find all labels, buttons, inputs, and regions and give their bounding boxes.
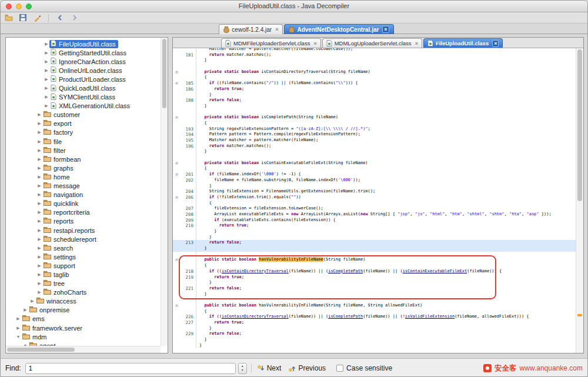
checkbox-icon[interactable] <box>336 365 343 372</box>
close-icon[interactable]: × <box>492 40 499 47</box>
fold-collapse-icon[interactable]: ⊖ <box>173 172 181 178</box>
tree-item-schedulereport[interactable]: ▶schedulereport <box>6 235 161 243</box>
scrollbar-thumb[interactable] <box>7 348 75 352</box>
chevron-right-icon[interactable]: ▶ <box>36 184 42 188</box>
chevron-right-icon[interactable]: ▶ <box>44 68 49 73</box>
method-link[interactable]: isValidFileExtension <box>405 314 455 319</box>
fold-collapse-icon[interactable]: ⊖ <box>173 303 181 309</box>
chevron-right-icon[interactable]: ▶ <box>36 210 42 215</box>
fold-collapse-icon[interactable]: ⊖ <box>173 195 181 201</box>
tree-item-mdm[interactable]: ▼mdm <box>6 332 161 341</box>
method-link[interactable]: isCompletePath <box>328 269 363 273</box>
paintbrush-icon[interactable] <box>32 14 42 22</box>
chevron-right-icon[interactable]: ▶ <box>36 121 42 126</box>
tree-item-QuickLoadUtil.class[interactable]: ▶QuickLoadUtil.class <box>6 84 161 92</box>
minimize-window-button[interactable] <box>16 4 22 9</box>
jar-tab-cewolf-1.2.4.jar[interactable]: cewolf-1.2.4.jar× <box>219 24 283 34</box>
chevron-right-icon[interactable]: ▶ <box>44 59 49 64</box>
tree-item-filter[interactable]: ▶filter <box>6 146 161 155</box>
code-tab-MDMLogUploaderServlet.class[interactable]: MDMLogUploaderServlet.class× <box>322 38 422 48</box>
chevron-right-icon[interactable]: ▶ <box>36 130 42 135</box>
tree-item-ems[interactable]: ▶ems <box>6 315 161 323</box>
chevron-right-icon[interactable]: ▶ <box>29 299 35 303</box>
tree-item-support[interactable]: ▶support <box>6 261 161 270</box>
close-icon[interactable]: × <box>382 26 389 33</box>
tree-item-navigation[interactable]: ▶navigation <box>6 191 161 199</box>
tree-item-factory[interactable]: ▶factory <box>6 128 161 137</box>
chevron-right-icon[interactable]: ▶ <box>36 237 42 242</box>
code-tab-MDMFileUploaderServlet.class[interactable]: MDMFileUploaderServlet.class× <box>221 38 321 48</box>
tree-item-onpremise[interactable]: ▶onpremise <box>6 306 161 315</box>
next-button[interactable]: Next <box>256 364 283 372</box>
open-icon[interactable] <box>4 14 14 22</box>
chevron-right-icon[interactable]: ▶ <box>36 139 42 144</box>
chevron-right-icon[interactable]: ▶ <box>36 112 42 117</box>
fold-collapse-icon[interactable]: ⊖ <box>173 69 181 75</box>
jar-tab-AdventNetDesktopCentral.jar[interactable]: AdventNetDesktopCentral.jar× <box>284 24 393 34</box>
find-history-stepper[interactable]: ▲ ▼ <box>238 363 247 374</box>
chevron-right-icon[interactable]: ▶ <box>36 272 42 277</box>
chevron-right-icon[interactable]: ▶ <box>22 308 28 312</box>
scrollbar-thumb[interactable] <box>162 39 166 108</box>
tree-item-search[interactable]: ▶search <box>6 243 161 252</box>
previous-button[interactable]: Previous <box>287 364 328 372</box>
chevron-down-icon[interactable]: ▼ <box>15 335 21 339</box>
close-icon[interactable]: × <box>275 26 278 32</box>
method-link[interactable]: isCompletePath <box>328 314 363 319</box>
tree-vertical-scrollbar[interactable] <box>161 38 168 346</box>
chevron-right-icon[interactable]: ▶ <box>15 316 21 321</box>
tree-item-ProductUrlLoader.class[interactable]: ▶ProductUrlLoader.class <box>6 75 161 84</box>
tree-item-export[interactable]: ▶export <box>6 119 161 128</box>
tree-item-IgnoreCharAction.class[interactable]: ▶IgnoreCharAction.class <box>6 57 161 66</box>
fold-collapse-icon[interactable]: ⊖ <box>173 257 181 263</box>
save-icon[interactable] <box>18 14 28 22</box>
chevron-right-icon[interactable]: ▶ <box>36 246 42 251</box>
chevron-right-icon[interactable]: ▶ <box>44 42 49 46</box>
tree-item-restapi.reports[interactable]: ▶restapi.reports <box>6 226 161 235</box>
tree-item-winaccess[interactable]: ▶winaccess <box>6 297 161 306</box>
chevron-right-icon[interactable]: ▶ <box>36 281 42 286</box>
back-icon[interactable] <box>55 14 65 22</box>
chevron-right-icon[interactable]: ▶ <box>44 95 49 99</box>
chevron-right-icon[interactable]: ▶ <box>44 77 49 82</box>
tree-item-agent[interactable]: ▼agent <box>6 341 161 346</box>
case-sensitive-checkbox[interactable]: Case sensitive <box>336 364 392 372</box>
tree-item-graphs[interactable]: ▶graphs <box>6 164 161 172</box>
fold-collapse-icon[interactable]: ⊖ <box>173 161 181 166</box>
chevron-right-icon[interactable]: ▶ <box>36 201 42 206</box>
tree-item-GettingStartedUtil.class[interactable]: ▶GettingStartedUtil.class <box>6 48 161 57</box>
chevron-right-icon[interactable]: ▶ <box>36 157 42 162</box>
chevron-right-icon[interactable]: ▶ <box>36 255 42 259</box>
tree-item-zohoCharts[interactable]: ▶zohoCharts <box>6 288 161 297</box>
fold-collapse-icon[interactable]: ⊖ <box>173 115 181 121</box>
tree-item-message[interactable]: ▶message <box>6 182 161 191</box>
tree-item-file[interactable]: ▶file <box>6 137 161 146</box>
forward-icon[interactable] <box>69 14 79 22</box>
chevron-right-icon[interactable]: ▶ <box>36 263 42 268</box>
tree-item-formbean[interactable]: ▶formbean <box>6 155 161 164</box>
fold-collapse-icon[interactable]: ⊖ <box>173 81 181 86</box>
chevron-right-icon[interactable]: ▶ <box>36 290 42 295</box>
zoom-window-button[interactable] <box>26 4 32 9</box>
chevron-right-icon[interactable]: ▶ <box>44 51 49 55</box>
method-link[interactable]: isContainDirectoryTraversal <box>222 269 289 273</box>
tree-item-reports[interactable]: ▶reports <box>6 217 161 226</box>
close-window-button[interactable] <box>6 4 12 9</box>
method-link[interactable]: isContainExecutableFileExt <box>403 269 467 273</box>
chevron-right-icon[interactable]: ▶ <box>44 104 49 108</box>
chevron-right-icon[interactable]: ▶ <box>44 86 49 91</box>
chevron-right-icon[interactable]: ▶ <box>36 228 42 233</box>
tree-item-customer[interactable]: ▶customer <box>6 111 161 119</box>
chevron-right-icon[interactable]: ▶ <box>36 175 42 179</box>
chevron-right-icon[interactable]: ▶ <box>36 192 42 197</box>
scrollbar-thumb[interactable] <box>577 49 582 201</box>
chevron-right-icon[interactable]: ▶ <box>15 326 21 331</box>
code-tab-FileUploadUtil.class[interactable]: FileUploadUtil.class× <box>423 38 503 48</box>
find-input[interactable] <box>25 363 236 374</box>
chevron-right-icon[interactable]: ▶ <box>36 219 42 223</box>
tree-item-taglib[interactable]: ▶taglib <box>6 270 161 279</box>
method-link[interactable]: isContainDirectoryTraversal <box>222 314 289 319</box>
tree-horizontal-scrollbar[interactable] <box>6 346 161 353</box>
chevron-right-icon[interactable]: ▶ <box>36 148 42 153</box>
tree-item-FileUploadUtil.class[interactable]: ▶FileUploadUtil.class <box>6 39 161 48</box>
